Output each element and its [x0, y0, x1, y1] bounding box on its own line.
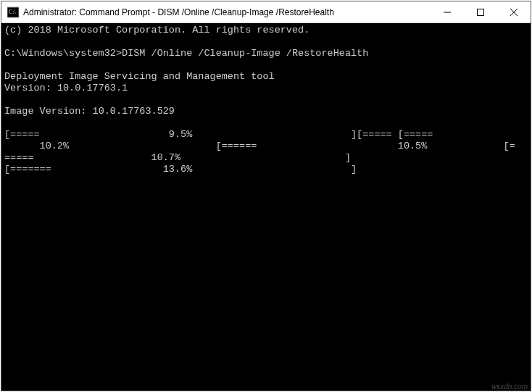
terminal-area[interactable]: (c) 2018 Microsoft Corporation. All righ…: [1, 23, 531, 391]
minimize-button[interactable]: [431, 1, 464, 22]
window-controls: [431, 1, 531, 22]
progress-line: [===== 9.5% ][===== [=====: [4, 129, 521, 140]
progress-line: 10.2% [====== 10.5% [=: [4, 141, 515, 151]
tool-version: 10.0.17763.1: [57, 83, 128, 93]
prompt-path: C:\Windows\system32>: [4, 48, 122, 59]
cmd-icon: C:\: [7, 7, 19, 18]
progress-line: ===== 10.7% ]: [4, 152, 351, 163]
image-version: 10.0.17763.529: [93, 106, 175, 117]
image-version-label: Image Version:: [4, 106, 86, 117]
tool-header: Deployment Image Servicing and Managemen…: [4, 71, 275, 82]
command-text: DISM /Online /Cleanup-Image /RestoreHeal…: [122, 48, 368, 59]
maximize-button[interactable]: [464, 1, 497, 22]
watermark: wsxdn.com: [491, 383, 528, 391]
close-button[interactable]: [497, 1, 531, 22]
svg-rect-3: [478, 9, 484, 15]
window-frame: C:\ Administrator: Command Prompt - DISM…: [1, 1, 531, 391]
titlebar[interactable]: C:\ Administrator: Command Prompt - DISM…: [1, 1, 531, 23]
copyright-line: (c) 2018 Microsoft Corporation. All righ…: [4, 25, 309, 36]
progress-line: [======= 13.6% ]: [4, 164, 357, 175]
tool-version-label: Version:: [4, 83, 51, 93]
svg-text:C:\: C:\: [9, 9, 17, 15]
window-title: Administrator: Command Prompt - DISM /On…: [23, 7, 431, 17]
